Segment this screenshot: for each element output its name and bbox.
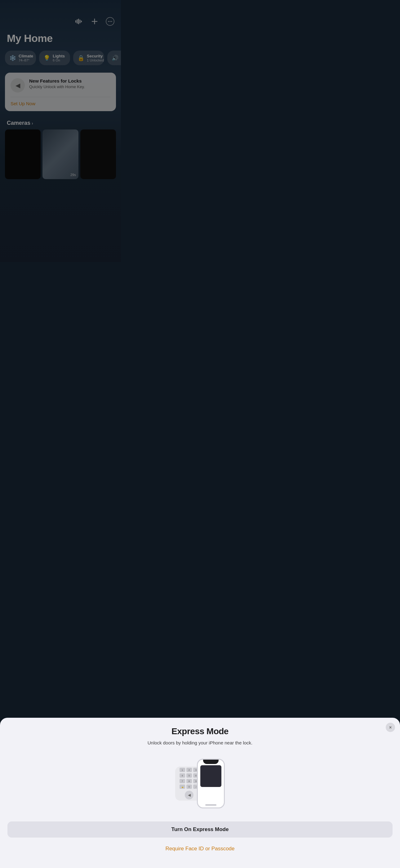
modal-backdrop: × Express Mode Unlock doors by holding y… <box>0 0 121 262</box>
